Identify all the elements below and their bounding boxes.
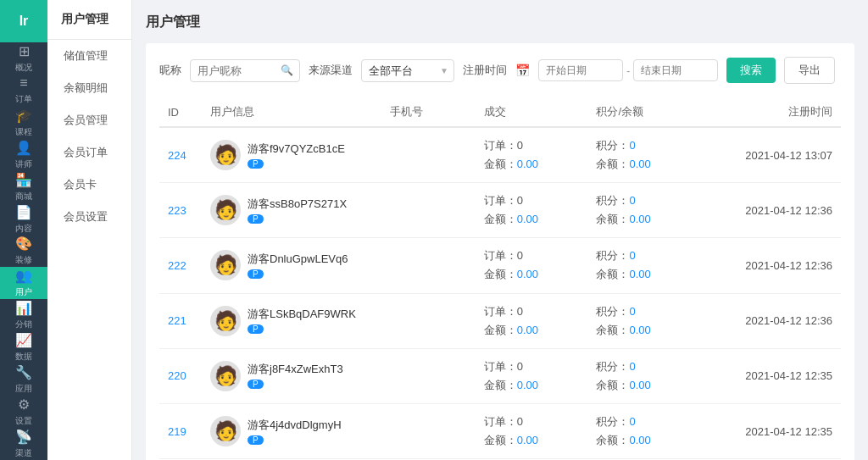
cell-phone xyxy=(381,403,476,458)
orders-icon: ≡ xyxy=(19,75,27,91)
sub-sidebar-title: 用户管理 xyxy=(47,0,131,40)
user-name: 游客f9v7QYZcB1cE xyxy=(248,141,345,157)
table-row: 223 🧑 游客ssB8oP7S271X P 订单：0 金额：0.00 xyxy=(159,183,841,238)
course-icon: 🎓 xyxy=(15,108,32,124)
nickname-input-wrap: 🔍 xyxy=(190,59,300,82)
cell-user-info: 🧑 游客4j4dvdDlgmyH P xyxy=(202,403,381,458)
user-name: 游客4j4dvdDlgmyH xyxy=(248,418,342,433)
sidebar-item-overview[interactable]: ⊞ 概况 xyxy=(0,42,47,75)
col-header-time: 注册时间 xyxy=(709,97,841,127)
cell-id[interactable]: 220 xyxy=(159,348,202,403)
sub-sidebar: 用户管理 储值管理 余额明细 会员管理 会员订单 会员卡 会员设置 xyxy=(47,0,132,460)
date-separator: - xyxy=(626,64,630,77)
sidebar-item-decor[interactable]: 🎨 装修 xyxy=(0,236,47,268)
user-badge: P xyxy=(248,157,345,169)
avatar: 🧑 xyxy=(210,361,241,391)
sidebar-item-member-orders[interactable]: 会员订单 xyxy=(47,136,131,169)
avatar: 🧑 xyxy=(210,195,241,225)
sidebar-item-label: 课程 xyxy=(15,126,32,138)
source-label: 来源渠道 xyxy=(309,63,353,78)
points-value: 积分：0 xyxy=(596,357,701,376)
cell-time: 2021-04-12 12:36 xyxy=(709,183,841,238)
avatar: 🧑 xyxy=(210,416,241,446)
cell-deal: 订单：0 金额：0.00 xyxy=(476,293,588,348)
source-select[interactable]: 全部平台 微信 APP H5 xyxy=(361,59,454,82)
channel-icon: 📡 xyxy=(15,429,32,445)
cell-deal: 订单：0 金额：0.00 xyxy=(476,348,588,403)
calendar-icon: 📅 xyxy=(515,64,530,77)
cell-time: 2021-04-12 13:07 xyxy=(709,127,841,183)
balance-value: 余额：0.00 xyxy=(596,210,701,229)
cell-time: 2021-04-12 12:35 xyxy=(709,403,841,458)
start-date-input[interactable] xyxy=(538,59,623,81)
balance-value: 余额：0.00 xyxy=(596,376,701,395)
user-name: 游客DnluGpwLEVq6 xyxy=(248,252,348,267)
cell-phone xyxy=(381,348,476,403)
time-label: 注册时间 xyxy=(463,63,507,78)
sidebar-item-credits[interactable]: 储值管理 xyxy=(47,40,131,72)
sidebar-item-label: 用户 xyxy=(15,286,32,298)
deal-amount: 金额：0.00 xyxy=(484,155,580,174)
sidebar-item-label: 订单 xyxy=(15,93,32,105)
cell-points: 积分：0 余额：0.00 xyxy=(587,293,709,348)
user-name: 游客LSkBqDAF9WRK xyxy=(248,307,356,322)
end-date-input[interactable] xyxy=(633,59,718,81)
user-table: ID 用户信息 手机号 成交 积分/余额 注册时间 224 🧑 xyxy=(159,97,841,460)
cell-points: 积分：0 余额：0.00 xyxy=(587,348,709,403)
user-name-col: 游客DnluGpwLEVq6 P xyxy=(248,252,348,280)
sidebar-item-app[interactable]: 🔧 应用 xyxy=(0,363,47,396)
deal-orders: 订单：0 xyxy=(484,302,580,321)
sidebar-item-channel[interactable]: 📡 渠道 xyxy=(0,428,47,460)
cell-id[interactable]: 219 xyxy=(159,403,202,458)
cell-user-info: 🧑 游客f9v7QYZcB1cE P xyxy=(202,127,381,183)
table-row: 222 🧑 游客DnluGpwLEVq6 P 订单：0 金额：0.00 xyxy=(159,238,841,293)
teacher-icon: 👤 xyxy=(15,140,32,156)
sidebar-item-content[interactable]: 📄 内容 xyxy=(0,203,47,236)
sidebar-item-course[interactable]: 🎓 课程 xyxy=(0,107,47,139)
user-name-col: 游客LSkBqDAF9WRK P xyxy=(248,307,356,335)
main-wrapper: 用户管理 储值管理 余额明细 会员管理 会员订单 会员卡 会员设置 用户管理 昵… xyxy=(47,0,868,460)
search-icon: 🔍 xyxy=(281,64,293,76)
avatar: 🧑 xyxy=(210,140,241,170)
cell-points: 积分：0 余额：0.00 xyxy=(587,403,709,458)
sidebar-item-distribution[interactable]: 📊 分销 xyxy=(0,299,47,331)
page-title: 用户管理 xyxy=(146,14,854,31)
sidebar-item-label: 设置 xyxy=(15,415,32,427)
deal-amount: 金额：0.00 xyxy=(484,265,580,284)
cell-user-info: 🧑 游客LSkBqDAF9WRK P xyxy=(202,293,381,348)
cell-id[interactable]: 223 xyxy=(159,183,202,238)
deal-orders: 订单：0 xyxy=(484,413,580,431)
cell-user-info: 🧑 游客DnluGpwLEVq6 P xyxy=(202,238,381,293)
overview-icon: ⊞ xyxy=(19,43,30,59)
sidebar-item-user[interactable]: 👥 用户 xyxy=(0,267,47,299)
col-header-phone: 手机号 xyxy=(381,97,476,127)
sidebar-item-members[interactable]: 会员管理 xyxy=(47,104,131,136)
balance-value: 余额：0.00 xyxy=(596,321,701,340)
deal-amount: 金额：0.00 xyxy=(484,431,580,450)
sidebar-item-mall[interactable]: 🏪 商城 xyxy=(0,171,47,203)
search-button[interactable]: 搜索 xyxy=(726,58,776,83)
sidebar-item-label: 概况 xyxy=(15,62,32,74)
sidebar-item-settings[interactable]: ⚙ 设置 xyxy=(0,396,47,428)
user-name-col: 游客4j4dvdDlgmyH P xyxy=(248,418,342,446)
filter-bar: 昵称 🔍 来源渠道 全部平台 微信 APP H5 ▼ 注册时间 📅 xyxy=(159,57,841,84)
sidebar-item-balance[interactable]: 余额明细 xyxy=(47,72,131,104)
points-value: 积分：0 xyxy=(596,413,701,431)
table-row: 224 🧑 游客f9v7QYZcB1cE P 订单：0 金额：0.00 xyxy=(159,127,841,183)
sidebar-item-teacher[interactable]: 👤 讲师 xyxy=(0,139,47,171)
cell-time: 2021-04-12 12:36 xyxy=(709,293,841,348)
sidebar-item-member-card[interactable]: 会员卡 xyxy=(47,169,131,201)
user-name-col: 游客f9v7QYZcB1cE P xyxy=(248,141,345,169)
table-row: 219 🧑 游客4j4dvdDlgmyH P 订单：0 金额：0.00 xyxy=(159,403,841,458)
sidebar-item-data[interactable]: 📈 数据 xyxy=(0,331,47,363)
cell-id[interactable]: 221 xyxy=(159,293,202,348)
cell-id[interactable]: 224 xyxy=(159,127,202,183)
sidebar-item-orders[interactable]: ≡ 订单 xyxy=(0,75,47,107)
cell-id[interactable]: 222 xyxy=(159,238,202,293)
export-button[interactable]: 导出 xyxy=(784,57,835,84)
sidebar-item-member-settings[interactable]: 会员设置 xyxy=(47,201,131,233)
user-badge: P xyxy=(248,212,347,224)
cell-phone xyxy=(381,238,476,293)
balance-value: 余额：0.00 xyxy=(596,155,701,174)
sidebar-item-label: 数据 xyxy=(15,351,32,363)
